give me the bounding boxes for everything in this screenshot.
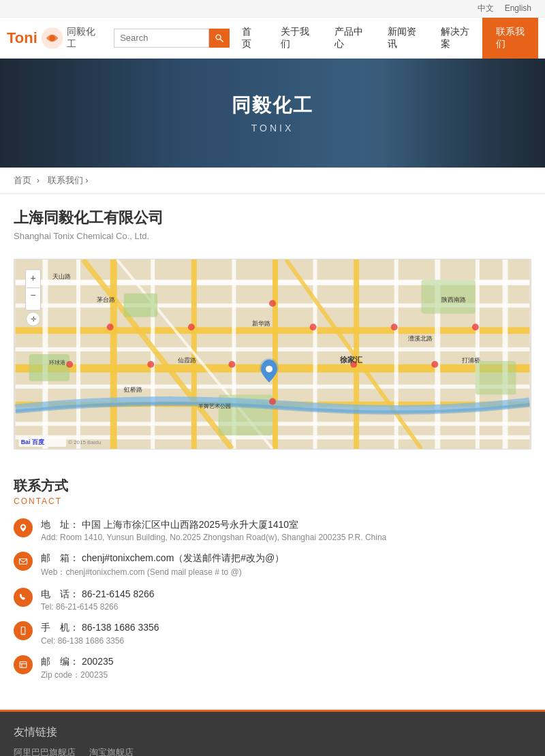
nav-contact[interactable]: 联系我们 [482,18,538,59]
email-text: 邮 箱： chenj#tonixchem.com（发送邮件请把#改为@） Web… [41,550,284,578]
search-input[interactable] [114,29,209,48]
friends-link-alibaba[interactable]: 阿里巴巴旗舰店 [14,746,76,756]
svg-rect-27 [503,259,508,449]
logo-cn: 同毅化工 [67,26,100,50]
email-label: 邮 箱： [41,552,79,563]
svg-text:✛: ✛ [31,315,36,323]
mobile-en: Cel: 86-138 1686 3356 [41,636,159,646]
contact-email: 邮 箱： chenj#tonixchem.com（发送邮件请把#改为@） Web… [14,550,531,578]
svg-point-38 [147,361,154,368]
svg-rect-32 [124,294,158,317]
search-icon [215,33,224,43]
map-svg: 天山路 茅台路 仙霞路 新华路 徐家汇 漕溪北路 陕西南路 打浦桥 虹桥路 环球… [14,259,531,449]
svg-point-2 [216,35,221,40]
address-text: 地 址： 中国 上海市徐汇区中山西路2025号永升大厦1410室 Add: Ro… [41,517,386,542]
address-cn: 中国 上海市徐汇区中山西路2025号永升大厦1410室 [82,519,298,530]
contact-section: 联系方式 CONTACT 地 址： 中国 上海市徐汇区中山西路2025号永升大厦… [0,463,545,710]
company-name-en: Shanghai Tonix Chemical Co., Ltd. [14,231,531,241]
mobile-icon-wrapper [14,621,33,640]
phone-icon [18,593,28,602]
phone-en: Tel: 86-21-6145 8266 [41,602,155,612]
svg-point-45 [472,324,479,330]
email-cn: chenj#tonixchem.com（发送邮件请把#改为@） [82,552,284,563]
search-button[interactable] [209,29,230,48]
nav-solutions[interactable]: 解决方案 [429,18,482,59]
breadcrumb-home[interactable]: 首页 [14,175,31,185]
svg-text:© 2015 Baidu: © 2015 Baidu [68,439,101,445]
svg-point-37 [107,324,114,330]
svg-text:天山路: 天山路 [52,273,71,280]
nav-home[interactable]: 首页 [230,18,268,59]
svg-point-40 [228,361,235,368]
zip-icon [18,660,28,670]
hero-title: 同毅化工 [232,93,313,119]
lang-en[interactable]: English [505,3,531,13]
logo-icon [40,25,64,52]
svg-text:漕溪北路: 漕溪北路 [408,335,433,342]
svg-rect-24 [394,259,399,449]
svg-point-73 [22,633,23,634]
lang-bar: 中文 English [0,0,545,18]
search-area [114,29,230,48]
svg-text:Bai 百度: Bai 百度 [21,438,45,445]
friends-section: 友情链接 阿里巴巴旗舰店 淘宝旗舰店 [0,712,545,756]
svg-rect-17 [110,259,117,449]
svg-rect-22 [313,259,317,449]
lang-zh[interactable]: 中文 [478,3,494,13]
breadcrumb-current: 联系我们 › [48,175,89,185]
svg-point-70 [22,526,25,529]
logo-text[interactable]: Toni [7,29,37,47]
svg-text:−: − [31,289,36,300]
mobile-cn: 86-138 1686 3356 [82,622,159,633]
company-name-cn: 上海同毅化工有限公司 [14,208,531,228]
svg-text:徐家汇: 徐家汇 [339,356,363,364]
phone-icon-wrapper [14,588,33,607]
location-icon [18,523,28,533]
friends-title: 友情链接 [14,725,531,740]
svg-point-41 [310,324,317,330]
svg-point-47 [269,398,276,405]
email-en: Web：chenj#tonixchem.com (Send mail pleas… [41,567,284,578]
phone-cn: 86-21-6145 8266 [82,588,155,599]
svg-rect-21 [272,259,278,449]
svg-text:环球港: 环球港 [49,360,65,366]
friends-link-taobao[interactable]: 淘宝旗舰店 [89,746,134,756]
svg-text:羊舞艺术公园: 羊舞艺术公园 [198,403,231,409]
contact-address: 地 址： 中国 上海市徐汇区中山西路2025号永升大厦1410室 Add: Ro… [14,517,531,542]
breadcrumb-sep: › [37,175,40,185]
contact-title-en: CONTACT [14,497,531,506]
svg-text:茅台路: 茅台路 [97,296,115,303]
nav-news[interactable]: 新闻资讯 [375,18,429,59]
svg-text:打浦桥: 打浦桥 [461,357,480,364]
hero-subtitle: TONIX [232,123,313,133]
svg-point-44 [431,361,438,368]
hero-content: 同毅化工 TONIX [232,93,313,133]
svg-rect-31 [29,354,70,381]
svg-point-36 [66,361,73,368]
friends-links: 阿里巴巴旗舰店 淘宝旗舰店 [14,746,531,756]
hero-banner: 同毅化工 TONIX [0,59,545,168]
mobile-text: 手 机： 86-138 1686 3356 Cel: 86-138 1686 3… [41,620,159,645]
phone-label: 电 话： [41,588,79,599]
nav-about[interactable]: 关于我们 [268,18,322,59]
svg-text:虹桥路: 虹桥路 [124,386,142,393]
svg-rect-34 [476,361,516,395]
email-icon-wrapper [14,552,33,571]
svg-line-3 [221,39,223,42]
svg-point-43 [391,324,398,330]
contact-mobile: 手 机： 86-138 1686 3356 Cel: 86-138 1686 3… [14,620,531,645]
contact-phone: 电 话： 86-21-6145 8266 Tel: 86-21-6145 826… [14,586,531,612]
zip-label: 邮 编： [41,656,79,667]
svg-text:仙霞路: 仙霞路 [178,357,196,364]
breadcrumb: 首页 › 联系我们 › [0,168,545,194]
contact-zip: 邮 编： 200235 Zip code：200235 [14,654,531,681]
nav-products[interactable]: 产品中心 [322,18,375,59]
svg-text:陕西南路: 陕西南路 [441,296,466,303]
svg-rect-26 [476,259,480,449]
svg-point-1 [49,35,55,41]
map-container[interactable]: 天山路 茅台路 仙霞路 新华路 徐家汇 漕溪北路 陕西南路 打浦桥 虹桥路 环球… [14,259,531,450]
company-section: 上海同毅化工有限公司 Shanghai Tonix Chemical Co., … [0,194,545,259]
address-en: Add: Room 1410, Yunsun Building, No.2025… [41,533,386,542]
address-label: 地 址： [41,519,79,530]
svg-rect-16 [76,259,80,449]
